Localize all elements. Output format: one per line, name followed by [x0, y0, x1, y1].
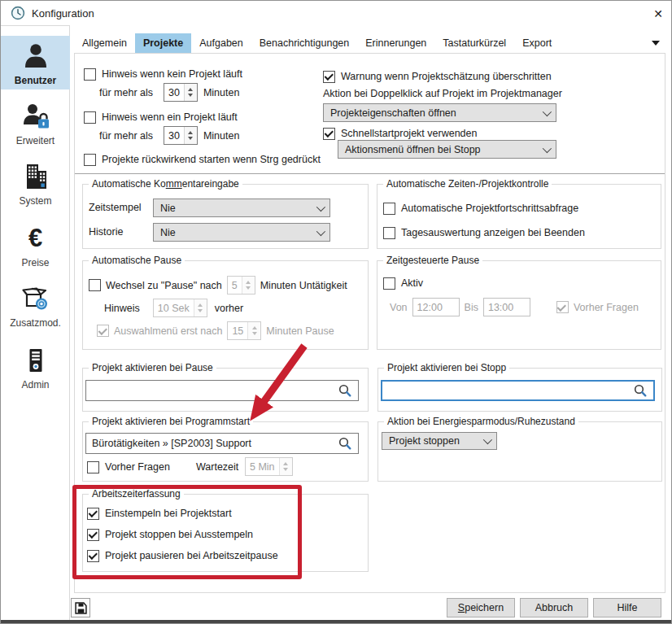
checkbox-row-progress-query[interactable]: Automatische Projektfortschrittsabfrage [383, 201, 578, 216]
speichern-button[interactable]: Speichern [447, 598, 515, 617]
konfiguration-window: Konfiguration ✕ Benutzer Erweitert [0, 0, 672, 624]
checkbox-row-quickstart[interactable]: Schnellstartprojekt verwenden [323, 126, 477, 141]
search-icon[interactable] [633, 383, 648, 398]
von-time-field[interactable]: 12:00 [412, 298, 460, 316]
sidebar-item-label: Admin [21, 379, 49, 391]
sidebar-item-erweitert[interactable]: Erweitert [1, 96, 70, 150]
checkbox-label: Wechsel zu "Pause" nach [106, 280, 222, 291]
sidebar-item-label: System [19, 195, 51, 207]
tab-erinnerungen[interactable]: Erinnerungen [357, 33, 434, 53]
checkbox-retroactive-start[interactable] [84, 154, 96, 166]
autopause-hint-row: Hinweis 10 Sek vorher [104, 299, 243, 317]
project-search-programmstart[interactable]: Bürotätigkeiten » [SP2003] Support [85, 433, 359, 454]
sidebar-item-preise[interactable]: € Preise [1, 218, 70, 272]
title-bar: Konfiguration ✕ [1, 1, 671, 25]
window-bottom-edge [1, 620, 671, 623]
idle-minutes-stepper[interactable]: 5 [227, 276, 255, 295]
one-project-minutes-stepper[interactable]: 30 [164, 126, 198, 145]
selected-option: Nie [160, 203, 176, 214]
save-icon-button[interactable] [71, 598, 90, 617]
von-label: Von [390, 302, 408, 313]
building-icon [21, 162, 50, 191]
autopause-switch-row[interactable]: Wechsel zu "Pause" nach 5 Minuten Untäti… [89, 276, 347, 295]
tab-aufgaben[interactable]: Aufgaben [191, 33, 251, 53]
section-divider [75, 173, 665, 174]
checkbox-row-aktiv[interactable]: Aktiv [383, 276, 423, 290]
checkbox-label: Hinweis wenn kein Projekt läuft [102, 68, 242, 80]
no-project-minutes-stepper[interactable]: 30 [164, 83, 198, 102]
stepper-up-icon [283, 462, 288, 465]
zeitstempel-select[interactable]: Nie [153, 199, 330, 217]
group-title: Projekt aktivieren bei Stopp [384, 362, 509, 373]
computer-tower-icon [21, 346, 50, 375]
tab-benachrichtigungen[interactable]: Benachrichtigungen [251, 33, 358, 53]
quickstart-action-select[interactable]: Aktionsmenü öffnen bei Stopp [338, 140, 556, 159]
abbruch-button[interactable]: Abbruch [520, 598, 588, 617]
checkbox-row-daily-report[interactable]: Tagesauswertung anzeigen bei Beenden [383, 225, 585, 240]
checkbox-aktiv[interactable] [383, 277, 395, 290]
project-search-stopp[interactable] [381, 380, 655, 401]
for-more-than-label: für mehr als [99, 87, 153, 98]
window-title: Konfiguration [32, 7, 94, 20]
minutes-label: Minuten [203, 87, 239, 98]
sidebar-item-benutzer[interactable]: Benutzer [1, 36, 70, 89]
minutes-label: Minuten [203, 130, 239, 142]
historie-select[interactable]: Nie [153, 223, 330, 242]
hint-tail-label: vorher [215, 303, 243, 314]
doubleclick-action-select[interactable]: Projekteigenschaften öffnen [323, 103, 556, 122]
group-energiesparmodus: Aktion bei Energiesparmodus/Ruhezustand [377, 421, 662, 482]
checkbox-label: Projekte rückwirkend starten wenn Strg g… [102, 154, 321, 165]
tab-allgemein[interactable]: Allgemein [74, 33, 135, 53]
checkbox-row-vorher-fragen-start[interactable]: Vorher Fragen [87, 460, 170, 474]
doubleclick-action-label: Aktion bei Doppelklick auf Projekt im Pr… [323, 88, 562, 99]
group-title: Aktion bei Energiesparmodus/Ruhezustand [384, 416, 578, 427]
stepper-up-icon [198, 303, 203, 307]
checkbox-row-one-project[interactable]: Hinweis wenn ein Projekt läuft [84, 110, 238, 124]
red-arrow-annotation [239, 334, 321, 430]
checkbox-quickstart[interactable] [323, 128, 335, 140]
checkbox-row-retroactive[interactable]: Projekte rückwirkend starten wenn Strg g… [84, 152, 321, 167]
stepper-down-icon [198, 309, 203, 312]
chevron-down-icon [316, 226, 325, 235]
search-icon[interactable] [338, 383, 352, 398]
sidebar-item-system[interactable]: System [1, 156, 70, 210]
tab-tastaturkuerzel[interactable]: Tastaturkürzel [434, 33, 514, 53]
group-title: Projekt aktivieren bei Programmstart [89, 416, 253, 427]
checkbox-row-warning[interactable]: Warnung wenn Projektschätzung überschrit… [323, 69, 552, 84]
checkbox-vorher-fragen-pause [556, 301, 569, 313]
checkbox-label: Warnung wenn Projektschätzung überschrit… [341, 71, 552, 82]
bis-time-field[interactable]: 13:00 [483, 298, 530, 316]
stepper-up-icon [252, 326, 257, 329]
search-icon[interactable] [338, 436, 352, 451]
checkbox-estimate-warning[interactable] [323, 71, 335, 83]
idle-tail-label: Minuten Untätigkeit [260, 280, 347, 291]
tab-export[interactable]: Export [514, 33, 560, 53]
checkbox-autopause[interactable] [89, 279, 101, 291]
hint-seconds-stepper[interactable]: 10 Sek [153, 299, 207, 317]
tab-overflow-caret-icon[interactable] [652, 41, 660, 46]
stepper-up-icon [246, 281, 251, 284]
red-highlight-rectangle [72, 485, 302, 579]
checkbox-one-project[interactable] [84, 111, 96, 124]
hilfe-button[interactable]: Hilfe [593, 598, 661, 617]
selected-option: Projekteigenschaften öffnen [330, 107, 456, 119]
sidebar: Benutzer Erweitert [1, 25, 70, 622]
sidebar-item-label: Erweitert [16, 135, 55, 146]
checkbox-daily-report[interactable] [383, 227, 395, 239]
energy-action-select[interactable]: Projekt stoppen [382, 432, 497, 450]
wartezeit-stepper[interactable]: 5 Min [245, 457, 293, 476]
sidebar-item-admin[interactable]: Admin [1, 340, 70, 394]
one-project-duration-row: für mehr als 30 Minuten [99, 126, 239, 145]
checkbox-row-no-project[interactable]: Hinweis wenn kein Projekt läuft [84, 67, 242, 81]
close-icon[interactable]: ✕ [648, 5, 668, 23]
checkbox-no-project[interactable] [84, 68, 96, 81]
zeitstempel-label: Zeitstempel [89, 202, 142, 213]
checkbox-vorher-fragen-start[interactable] [87, 461, 99, 473]
tab-projekte[interactable]: Projekte [135, 33, 191, 53]
checkbox-label: Tagesauswertung anzeigen bei Beenden [401, 227, 585, 238]
stepper-down-icon [188, 94, 193, 97]
group-title: Automatische Kommentareingabe [89, 178, 242, 190]
sidebar-item-zusatzmod[interactable]: Zusatzmod. [1, 278, 70, 332]
checkbox-progress-query[interactable] [383, 203, 395, 215]
sidebar-item-label: Zusatzmod. [10, 317, 61, 329]
